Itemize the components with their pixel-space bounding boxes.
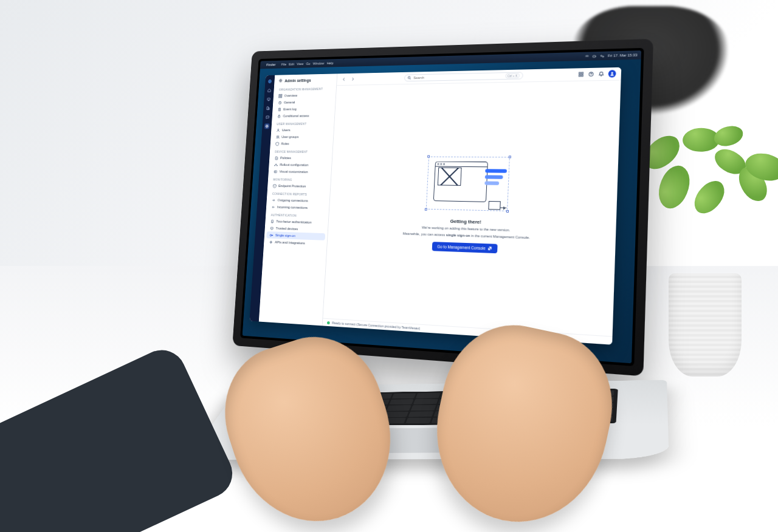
svg-point-16 (278, 129, 279, 130)
sidebar-item-users[interactable]: Users (273, 126, 331, 134)
svg-point-2 (601, 55, 602, 56)
remote-icon[interactable] (266, 97, 272, 102)
sidebar-item-apis[interactable]: APIs and Integrations (266, 238, 325, 247)
svg-point-25 (272, 222, 273, 222)
sidebar-item-label: Incoming connections (277, 205, 308, 210)
svg-point-27 (270, 234, 272, 236)
search-icon (408, 76, 411, 80)
sidebar-item-label: Policies (280, 156, 291, 160)
sidebar-item-label: Overview (284, 94, 298, 97)
svg-point-18 (278, 135, 279, 137)
svg-rect-1 (596, 56, 596, 56)
home-icon[interactable] (267, 87, 272, 93)
endpoint-icon (273, 183, 277, 188)
devices-icon[interactable] (266, 106, 271, 111)
help-icon[interactable] (588, 71, 594, 77)
menubar-item-file[interactable]: File (281, 63, 287, 66)
svg-rect-11 (281, 94, 282, 95)
svg-point-19 (274, 165, 275, 166)
svg-point-21 (276, 163, 277, 164)
sidebar-item-label: Trusted devices (276, 227, 298, 231)
menubar-item-help[interactable]: Help (326, 61, 333, 65)
nav-forward-button[interactable] (350, 76, 356, 82)
nav-back-button[interactable] (341, 77, 346, 83)
search-box[interactable]: Ctrl + K (404, 72, 523, 81)
sidebar-item-label: Visual customization (280, 170, 308, 174)
usergroups-icon (276, 135, 280, 139)
svg-point-3 (602, 56, 604, 57)
menubar-item-window[interactable]: Window (313, 61, 325, 65)
apis-icon (269, 240, 273, 244)
group-label: USER MANAGEMENT (274, 119, 332, 127)
twofactor-icon (270, 219, 274, 223)
user-avatar[interactable] (608, 70, 616, 78)
bell-icon[interactable] (598, 71, 605, 77)
control-center-icon[interactable] (600, 53, 605, 58)
svg-point-28 (408, 77, 410, 79)
svg-point-20 (277, 165, 277, 166)
sidebar-item-label: Event log (283, 107, 297, 111)
svg-point-9 (280, 80, 281, 81)
overview-icon (278, 94, 282, 98)
plant (644, 219, 766, 377)
search-input[interactable] (413, 74, 503, 80)
menubar-clock[interactable]: Fri 17. Mar 15:33 (608, 53, 638, 57)
main-area: Ctrl + K (323, 67, 622, 345)
apps-icon[interactable] (578, 71, 585, 77)
svg-point-34 (611, 72, 613, 73)
svg-rect-31 (579, 75, 580, 76)
sidebar-item-label: General (284, 101, 295, 104)
svg-rect-13 (281, 96, 282, 97)
svg-rect-7 (268, 108, 269, 110)
general-icon (278, 100, 281, 104)
sidebar-item-label: Two-factor authentication (276, 220, 311, 224)
menubar-app-name[interactable]: Finder (266, 63, 276, 67)
desktop-wallpaper: Admin settings ORGANIZATION MANAGEMENTOv… (243, 60, 641, 364)
menubar-item-view[interactable]: View (297, 62, 303, 66)
condaccess-icon (277, 114, 281, 118)
svg-rect-0 (593, 55, 596, 57)
incoming-icon (271, 205, 275, 209)
svg-rect-10 (279, 94, 280, 95)
gear-icon (278, 78, 283, 83)
svg-rect-30 (582, 72, 584, 73)
sidebar-item-policies[interactable]: Policies (271, 154, 330, 162)
svg-point-23 (275, 171, 275, 172)
visual-icon (274, 169, 277, 174)
placeholder-heading: Getting there! (450, 219, 481, 225)
svg-rect-26 (270, 227, 273, 229)
outgoing-icon (272, 198, 275, 202)
external-link-icon (487, 246, 492, 250)
sidebar-item-label: APIs and Integrations (275, 240, 305, 245)
rollout-icon (274, 163, 278, 167)
users-icon (277, 128, 280, 132)
admin-icon[interactable] (264, 123, 270, 129)
svg-rect-29 (579, 72, 581, 73)
sidebar-item-eventlog[interactable]: Event log (275, 105, 333, 112)
content-placeholder: Getting there! We're working on adding t… (323, 80, 621, 336)
svg-rect-15 (278, 115, 280, 117)
admin-app-window: Admin settings ORGANIZATION MANAGEMENTOv… (249, 67, 621, 345)
sidebar-item-label: User groups (281, 135, 298, 139)
side-panel-title: Admin settings (274, 73, 337, 85)
sidebar-item-label: Outgoing connections (278, 199, 308, 203)
chat-icon[interactable] (265, 114, 270, 120)
eventlog-icon (278, 107, 281, 112)
battery-icon[interactable] (593, 54, 597, 58)
placeholder-illustration (422, 153, 514, 216)
sidebar-item-condaccess[interactable]: Conditional access (274, 112, 332, 120)
app-logo-icon (267, 78, 273, 84)
laptop-screen: Finder FileEditViewGoWindowHelp Fri 17. … (243, 50, 641, 363)
status-dot-icon (327, 321, 330, 324)
sidebar-item-roles[interactable]: Roles (272, 140, 331, 147)
trusted-icon (270, 226, 274, 230)
sidebar-item-label: Users (282, 128, 291, 132)
menubar-item-go[interactable]: Go (306, 62, 310, 66)
sidebar-item-label: Single sign-on (275, 233, 295, 237)
svg-rect-12 (279, 96, 280, 97)
menubar-item-edit[interactable]: Edit (289, 63, 294, 66)
sidebar-item-usergroups[interactable]: User groups (273, 134, 331, 140)
sidebar-item-label: Conditional access (283, 114, 309, 118)
go-to-management-console-button[interactable]: Go to Management Console (432, 242, 497, 253)
wifi-icon[interactable] (585, 54, 590, 58)
